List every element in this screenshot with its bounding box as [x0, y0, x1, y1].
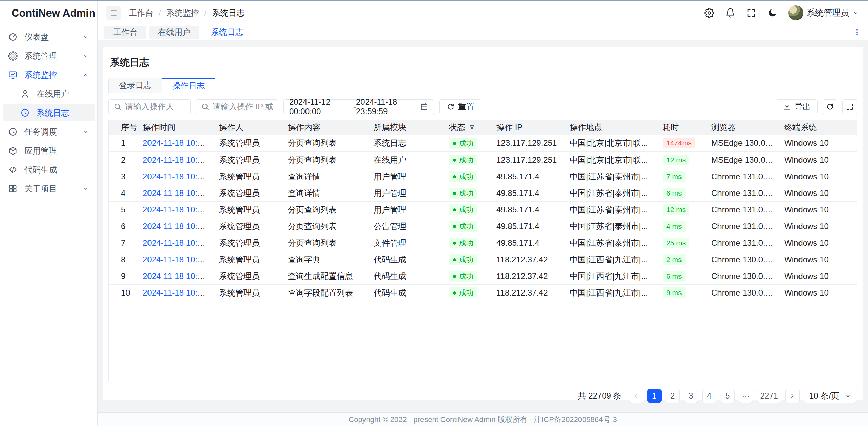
date-start-value: 2024-11-12 00:00:00	[289, 97, 353, 116]
search-icon	[201, 103, 209, 111]
cell-content: 分页查询列表	[282, 218, 368, 235]
page-button-2271[interactable]: 2271	[757, 389, 781, 403]
sidebar-item-online-user[interactable]: 在线用户	[3, 85, 95, 102]
sidebar-item-about-project[interactable]: 关于项目	[3, 180, 95, 197]
table-row[interactable]: 6 2024-11-18 10:51:53 系统管理员 分页查询列表 公告管理 …	[109, 218, 857, 235]
time-link[interactable]: 2024-11-18 10:51:50	[143, 255, 214, 264]
time-link[interactable]: 2024-11-18 10:51:53	[143, 222, 214, 231]
user-icon	[20, 89, 30, 99]
time-link[interactable]: 2024-11-18 10:51:49	[143, 271, 214, 281]
cell-time: 2024-11-18 10:51:53	[137, 218, 214, 235]
filter-icon	[469, 124, 475, 131]
log-type-tabs: 登录日志操作日志	[108, 78, 857, 93]
ip-search-input[interactable]	[196, 99, 278, 114]
sidebar-item-code-gen[interactable]: 代码生成	[3, 161, 95, 178]
table-row[interactable]: 8 2024-11-18 10:51:50 系统管理员 查询字典 代码生成 成功…	[109, 251, 857, 268]
time-link[interactable]: 2024-11-18 10:52:55	[143, 138, 214, 147]
notifications-button[interactable]	[725, 8, 735, 18]
page-button-1[interactable]: 1	[647, 389, 662, 403]
sidebar-item-label: 代码生成	[24, 164, 89, 175]
time-link[interactable]: 2024-11-18 10:52:12	[143, 172, 214, 181]
prev-page-button[interactable]	[629, 389, 643, 403]
chevron-down-icon	[852, 9, 859, 16]
chevron-down-icon	[82, 34, 89, 40]
status-dot-icon	[453, 242, 456, 245]
cell-operator: 系统管理员	[214, 135, 282, 151]
table-row[interactable]: 5 2024-11-18 10:51:55 系统管理员 分页查询列表 用户管理 …	[109, 201, 857, 218]
ip-search-field[interactable]	[213, 102, 273, 111]
chevron-right-icon	[789, 392, 796, 399]
tab-operation-log[interactable]: 操作日志	[162, 78, 215, 93]
table-row[interactable]: 10 2024-11-18 10:51:49 系统管理员 查询字段配置列表 代码…	[109, 284, 857, 301]
sidebar-item-dashboard[interactable]: 仪表盘	[3, 28, 95, 45]
sidebar-item-system-log[interactable]: 系统日志	[3, 104, 95, 121]
page-button-2[interactable]: 2	[666, 389, 680, 403]
cell-time: 2024-11-18 10:51:49	[137, 268, 214, 284]
settings-button[interactable]	[704, 8, 714, 18]
tab-login-log[interactable]: 登录日志	[108, 78, 162, 93]
content: 系统日志 登录日志操作日志 2024-11-12 00:00:00	[98, 40, 868, 412]
export-button[interactable]: 导出	[776, 99, 818, 114]
column-header-3: 操作内容	[282, 120, 368, 135]
time-link[interactable]: 2024-11-18 10:51:49	[143, 288, 214, 297]
status-dot-icon	[453, 175, 456, 178]
time-link[interactable]: 2024-11-18 10:52:47	[143, 155, 214, 164]
table-row[interactable]: 4 2024-11-18 10:52:05 系统管理员 查询详情 用户管理 成功…	[109, 185, 857, 201]
log-table: 序号操作时间操作人操作内容所属模块状态操作 IP操作地点耗时浏览器终端系统 1 …	[109, 120, 857, 301]
time-link[interactable]: 2024-11-18 10:52:05	[143, 188, 214, 198]
date-range-picker[interactable]: 2024-11-12 00:00:00 - 2024-11-18 23:59:5…	[283, 99, 434, 114]
column-header-0: 序号	[109, 120, 137, 135]
user-menu[interactable]: 系统管理员	[788, 5, 859, 20]
table-row[interactable]: 3 2024-11-18 10:52:12 系统管理员 查询详情 用户管理 成功…	[109, 168, 857, 185]
cell-module: 代码生成	[368, 251, 443, 268]
next-page-button[interactable]	[785, 389, 800, 403]
cell-status: 成功	[443, 284, 491, 301]
cell-time: 2024-11-18 10:52:47	[137, 151, 214, 168]
page-button-5[interactable]: 5	[721, 389, 735, 403]
table-row[interactable]: 9 2024-11-18 10:51:49 系统管理员 查询生成配置信息 代码生…	[109, 268, 857, 284]
table-row[interactable]: 1 2024-11-18 10:52:55 系统管理员 分页查询列表 系统日志 …	[109, 135, 857, 151]
table-refresh-button[interactable]	[823, 99, 837, 114]
cell-operator: 系统管理员	[214, 168, 282, 185]
page-button-3[interactable]: 3	[684, 389, 698, 403]
theme-toggle-button[interactable]	[767, 8, 777, 18]
sidebar-item-task-schedule[interactable]: 任务调度	[3, 123, 95, 140]
sidebar-item-label: 系统监控	[24, 69, 76, 80]
table-fullscreen-button[interactable]	[842, 99, 857, 114]
tabs-more-button[interactable]	[853, 28, 861, 36]
cell-duration: 4 ms	[657, 218, 706, 235]
operator-search-field[interactable]	[125, 102, 185, 111]
time-link[interactable]: 2024-11-18 10:51:52	[143, 238, 214, 247]
avatar	[788, 5, 803, 20]
cell-browser: Chrome 130.0.0.0	[706, 251, 779, 268]
nav-tab-workbench[interactable]: 工作台	[104, 26, 146, 39]
cell-browser: MSEdge 130.0.0.0	[706, 151, 779, 168]
page-button-4[interactable]: 4	[702, 389, 716, 403]
time-link[interactable]: 2024-11-18 10:51:55	[143, 205, 214, 214]
breadcrumb-item-1[interactable]: 系统监控	[166, 7, 199, 18]
duration-badge: 2 ms	[663, 254, 686, 265]
cell-os: Windows 10	[779, 235, 857, 251]
operator-search-input[interactable]	[108, 99, 191, 114]
reset-button[interactable]: 重置	[439, 99, 481, 114]
collapse-sidebar-button[interactable]	[106, 6, 121, 20]
table-row[interactable]: 7 2024-11-18 10:51:52 系统管理员 分页查询列表 文件管理 …	[109, 235, 857, 251]
cell-location: 中国|北京|北京市|联...	[564, 151, 657, 168]
breadcrumb-item-0[interactable]: 工作台	[129, 7, 153, 18]
nav-tab-system-log[interactable]: 系统日志	[202, 26, 252, 39]
fullscreen-button[interactable]	[746, 8, 756, 18]
cell-status: 成功	[443, 235, 491, 251]
table-row[interactable]: 2 2024-11-18 10:52:47 系统管理员 分页查询列表 在线用户 …	[109, 151, 857, 168]
nav-tab-online-user[interactable]: 在线用户	[149, 26, 199, 39]
dashboard-icon	[8, 32, 18, 42]
cell-no: 4	[109, 185, 137, 201]
column-header-2: 操作人	[214, 120, 282, 135]
sidebar-item-system-monitor[interactable]: 系统监控	[3, 66, 95, 83]
page-button-···[interactable]: ···	[739, 389, 753, 403]
sidebar-item-system-manage[interactable]: 系统管理	[3, 47, 95, 64]
page-size-select[interactable]: 10 条/页	[804, 389, 857, 403]
cell-os: Windows 10	[779, 185, 857, 201]
cell-operator: 系统管理员	[214, 201, 282, 218]
cell-content: 查询字段配置列表	[282, 284, 368, 301]
sidebar-item-app-manage[interactable]: 应用管理	[3, 142, 95, 159]
